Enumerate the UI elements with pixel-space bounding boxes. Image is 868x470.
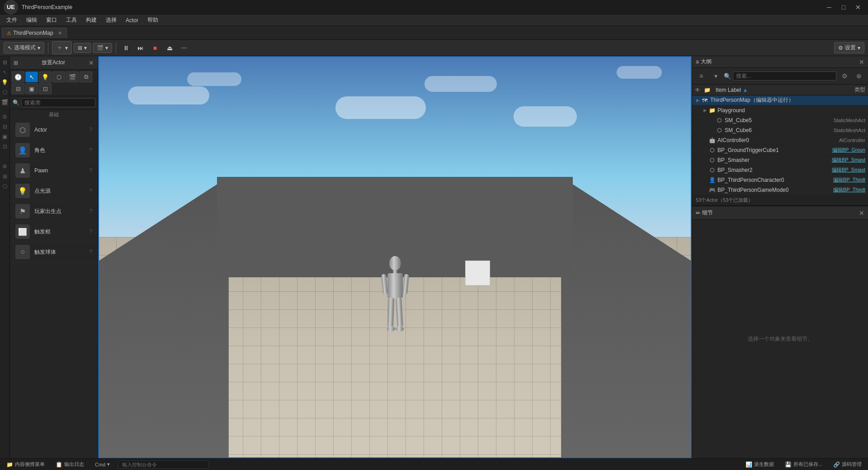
outliner-add-btn[interactable]: ⊕ bbox=[853, 70, 865, 82]
row-type[interactable]: 编辑BP_Smast bbox=[792, 157, 866, 163]
row-name: SM_Cube6 bbox=[725, 127, 807, 133]
menu-item-选择[interactable]: 选择 bbox=[101, 15, 121, 25]
pause-button[interactable]: ⏸ bbox=[120, 42, 132, 54]
mode-selector[interactable]: ↖ 选项模式 ▾ bbox=[4, 42, 44, 53]
vert-icon-8[interactable]: ▣ bbox=[0, 132, 9, 141]
row-type[interactable]: 编辑BP_Smast bbox=[792, 166, 866, 173]
tab-close-icon[interactable]: ✕ bbox=[58, 30, 62, 36]
tree-row[interactable]: ▶ 📁 Playground bbox=[692, 105, 868, 115]
tabbar: ⚠ ThirdPersonMap ✕ bbox=[0, 26, 868, 40]
outliner-settings-btn[interactable]: ⚙ bbox=[838, 70, 851, 82]
tree-row[interactable]: ⬡ BP_Smasher 编辑BP_Smast bbox=[692, 155, 868, 165]
actor-help-icon[interactable]: ? bbox=[89, 228, 92, 235]
actor-help-icon[interactable]: ? bbox=[89, 127, 92, 133]
save-all-btn[interactable]: 💾 所有已保存... bbox=[782, 460, 825, 469]
mode-buttons[interactable]: ⊞ ▾ bbox=[74, 43, 91, 53]
expand-icon[interactable]: ▶ bbox=[702, 107, 708, 114]
vert-icon-4[interactable]: ⬡ bbox=[0, 88, 9, 97]
vert-icon-10[interactable]: ⚙ bbox=[0, 162, 9, 171]
viewport[interactable] bbox=[98, 56, 692, 458]
more-icon: ⋯ bbox=[181, 44, 187, 52]
actor-item[interactable]: 👤 角色 ? bbox=[10, 140, 98, 161]
vert-icon-2[interactable]: ↖ bbox=[0, 68, 9, 77]
map-tab[interactable]: ⚠ ThirdPersonMap ✕ bbox=[2, 28, 67, 38]
tree-row[interactable]: ⬡ SM_Cube5 StaticMeshAct bbox=[692, 115, 868, 125]
actor-item[interactable]: ⬜ 触发框 ? bbox=[10, 222, 98, 242]
camera-button[interactable]: 🎬 ▾ bbox=[93, 43, 112, 53]
expand-icon[interactable]: ▶ bbox=[695, 97, 701, 104]
vert-icon-9[interactable]: ⊡ bbox=[0, 142, 9, 151]
add-icon: ＋ bbox=[56, 43, 63, 52]
outliner-filter-btn[interactable]: ≡ bbox=[695, 70, 708, 82]
minimize-button[interactable]: ─ bbox=[823, 1, 835, 14]
actor-help-icon[interactable]: ? bbox=[89, 147, 92, 153]
actor-item[interactable]: ○ 触发球体 ? bbox=[10, 242, 98, 262]
more-options-button[interactable]: ⋯ bbox=[178, 42, 190, 54]
stop-button[interactable]: ■ bbox=[149, 42, 161, 54]
tree-row[interactable]: ⬡ SM_Cube6 StaticMeshAct bbox=[692, 125, 868, 135]
tree-row[interactable]: ▶ 🗺 ThirdPersonMap（编辑器中运行） bbox=[692, 95, 868, 105]
add-button[interactable]: ＋ ▾ bbox=[52, 41, 72, 54]
vert-icon-6[interactable]: ⧉ bbox=[0, 112, 9, 121]
tab-volumes[interactable]: ▣ bbox=[25, 83, 38, 94]
actor-help-icon[interactable]: ? bbox=[89, 208, 92, 214]
search-input[interactable] bbox=[21, 98, 95, 107]
tab-visual2[interactable]: ⧉ bbox=[80, 71, 92, 82]
col-type-header[interactable]: 类型 bbox=[807, 86, 865, 94]
vert-icon-12[interactable]: ⬡ bbox=[0, 182, 9, 191]
row-type[interactable]: 编辑BP_Thirdt bbox=[792, 176, 866, 183]
vert-icon-3[interactable]: 💡 bbox=[0, 78, 9, 87]
details-close[interactable]: ✕ bbox=[859, 209, 864, 217]
tab-cinematic[interactable]: 🎬 bbox=[66, 71, 79, 82]
row-type[interactable]: 编辑BP_Thirdt bbox=[792, 186, 866, 193]
tab-bsp[interactable]: ⊟ bbox=[12, 83, 24, 94]
tree-row[interactable]: 👤 BP_ThirdPersonCharacter0 编辑BP_Thirdt bbox=[692, 175, 868, 185]
cmd-btn[interactable]: Cmd ▾ bbox=[92, 461, 113, 468]
tab-all[interactable]: ⊡ bbox=[39, 83, 52, 94]
actor-item[interactable]: ⚑ 玩家出生点 ? bbox=[10, 201, 98, 222]
menu-item-文件[interactable]: 文件 bbox=[2, 15, 22, 25]
tree-row[interactable]: 🤖 AIController0 AIController bbox=[692, 135, 868, 145]
tab-recent[interactable]: 🕐 bbox=[12, 71, 24, 82]
cmd-input[interactable] bbox=[118, 461, 208, 469]
menu-item-构建[interactable]: 构建 bbox=[81, 15, 101, 25]
row-name: BP_Smasher bbox=[717, 157, 792, 163]
tab-mesh[interactable]: ⬡ bbox=[52, 71, 65, 82]
vert-icon-5[interactable]: 🎬 bbox=[0, 98, 9, 107]
actor-help-icon[interactable]: ? bbox=[89, 249, 92, 255]
menu-item-Actor[interactable]: Actor bbox=[121, 16, 143, 24]
menu-item-工具[interactable]: 工具 bbox=[61, 15, 81, 25]
actor-item[interactable]: ⬡ Actor ? bbox=[10, 120, 98, 140]
menu-item-窗口[interactable]: 窗口 bbox=[42, 15, 61, 25]
vert-icon-1[interactable]: ⊞ bbox=[0, 58, 9, 67]
row-type[interactable]: 编辑BP_Groun bbox=[792, 147, 866, 153]
tree-row[interactable]: ⬡ BP_Smasher2 编辑BP_Smast bbox=[692, 165, 868, 175]
derived-data-btn[interactable]: 📊 派生数据 bbox=[743, 460, 777, 469]
outliner-expand-btn[interactable]: ▾ bbox=[709, 70, 722, 82]
next-frame-button[interactable]: ⏭ bbox=[134, 42, 147, 54]
actor-help-icon[interactable]: ? bbox=[89, 188, 92, 194]
content-browser-btn[interactable]: 📁 内容侧滑菜单 bbox=[4, 460, 47, 469]
actor-item[interactable]: 💡 点光源 ? bbox=[10, 181, 98, 201]
source-control-btn[interactable]: 🔗 源码管理 bbox=[830, 460, 864, 469]
place-actor-close[interactable]: ✕ bbox=[89, 59, 94, 66]
actor-help-icon[interactable]: ? bbox=[89, 167, 92, 174]
vert-icon-7[interactable]: ⊟ bbox=[0, 122, 9, 131]
settings-button[interactable]: ⚙ 设置 ▾ bbox=[834, 42, 864, 53]
maximize-button[interactable]: □ bbox=[837, 1, 850, 14]
toolbar-separator-1 bbox=[48, 43, 48, 53]
tab-light[interactable]: 💡 bbox=[39, 71, 52, 82]
actor-item[interactable]: ♟ Pawn ? bbox=[10, 161, 98, 181]
close-button[interactable]: ✕ bbox=[852, 1, 864, 14]
tree-row[interactable]: ⬡ BP_GroundTriggerCube1 编辑BP_Groun bbox=[692, 145, 868, 155]
menu-item-编辑[interactable]: 编辑 bbox=[22, 15, 42, 25]
vert-icon-11[interactable]: ⊞ bbox=[0, 172, 9, 181]
outliner-search-input[interactable] bbox=[733, 71, 836, 81]
eject-button[interactable]: ⏏ bbox=[163, 42, 176, 54]
tab-basic[interactable]: ↖ bbox=[25, 71, 38, 82]
tree-row[interactable]: 🎮 BP_ThirdPersonGameMode0 编辑BP_Thirdt bbox=[692, 185, 868, 195]
menu-item-帮助[interactable]: 帮助 bbox=[143, 15, 163, 25]
output-log-btn[interactable]: 📋 输出日志 bbox=[53, 460, 87, 469]
col-label-header[interactable]: Item Label ▲ bbox=[716, 87, 807, 93]
outliner-close[interactable]: ✕ bbox=[859, 58, 864, 66]
